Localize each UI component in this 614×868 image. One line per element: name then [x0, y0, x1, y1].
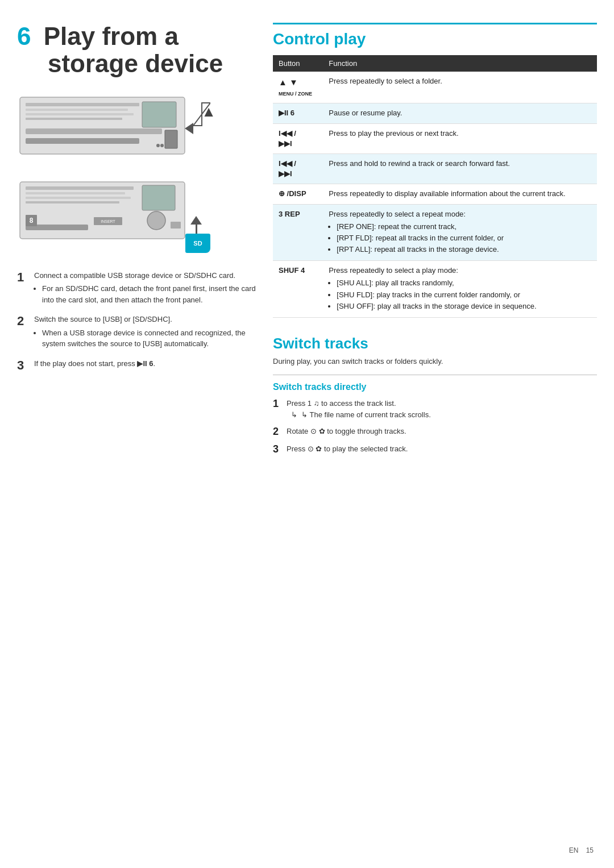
- step-1-bullet-1: For an SD/SDHC card, detach the front pa…: [42, 283, 256, 305]
- svg-rect-16: [26, 197, 131, 199]
- chapter-title-line1: Play from a: [44, 22, 179, 50]
- page-footer: EN 15: [569, 846, 594, 854]
- switch-step-1-text: Press 1 ♫ to access the track list. ↳ ↳ …: [287, 398, 431, 420]
- page-wrapper: 6 Play from a storage device: [0, 0, 614, 868]
- step-2-bullets: When a USB storage device is connected a…: [42, 327, 256, 350]
- svg-rect-2: [26, 109, 128, 111]
- svg-point-10: [156, 144, 160, 147]
- func-hold-prev-next: Press and hold to rewind a track or sear…: [323, 153, 597, 184]
- btn-rep: 3 REP: [273, 204, 323, 261]
- switch-step-2: 2 Rotate ⊙ ✿ to toggle through tracks.: [273, 426, 597, 438]
- svg-rect-7: [26, 138, 139, 144]
- switch-step-3: 3 Press ⊙ ✿ to play the selected track.: [273, 443, 597, 455]
- svg-text:INSERT: INSERT: [101, 219, 115, 223]
- chapter-number: 6: [17, 22, 31, 50]
- svg-rect-5: [142, 102, 176, 127]
- btn-play-pause: ▶II 6: [273, 103, 323, 123]
- step-2: 2 Switch the source to [USB] or [SD/SDHC…: [17, 314, 256, 351]
- step-3-text: If the play does not start, press ▶II 6.: [34, 359, 155, 368]
- step-1-text: Connect a compatible USB storage device …: [34, 271, 235, 280]
- device1-arrow-up: ▲: [201, 103, 216, 121]
- switch-tracks-title: Switch tracks: [273, 335, 597, 352]
- step-2-text: Switch the source to [USB] or [SD/SDHC].: [34, 315, 172, 323]
- shuf-bullet-1: [SHU ALL]: play all tracks randomly,: [337, 278, 591, 288]
- svg-rect-4: [26, 118, 122, 120]
- svg-marker-26: [190, 216, 202, 225]
- btn-prev-next: I◀◀ / ▶▶I: [273, 123, 323, 153]
- step-2-content: Switch the source to [USB] or [SD/SDHC].…: [34, 314, 256, 351]
- rep-bullets: [REP ONE]: repeat the current track, [RP…: [337, 222, 591, 255]
- switch-step-1-num: 1: [273, 398, 282, 410]
- svg-rect-25: [171, 222, 181, 229]
- svg-text:8: 8: [30, 217, 34, 225]
- btn-disp: ⊕ /DISP: [273, 184, 323, 204]
- svg-point-19: [147, 211, 165, 230]
- table-row: ▶II 6 Pause or resume play.: [273, 103, 597, 123]
- switch-step-3-text: Press ⊙ ✿ to play the selected track.: [287, 443, 408, 455]
- btn-shuf: SHUF 4: [273, 261, 323, 318]
- divider: [273, 375, 597, 375]
- table-row: I◀◀ / ▶▶I Press to play the previous or …: [273, 123, 597, 153]
- btn-menu-zone: ▲ ▼ MENU / ZONE: [273, 72, 323, 103]
- page-number: 15: [586, 846, 594, 854]
- rep-bullet-3: [RPT ALL]: repeat all tracks in the stor…: [337, 244, 591, 255]
- menu-zone-label: MENU / ZONE: [279, 91, 312, 97]
- device-illustration-2: INSERT 8 SD: [17, 176, 210, 258]
- sd-card-icon: SD: [185, 231, 210, 253]
- svg-rect-6: [26, 128, 162, 134]
- switch-step-1: 1 Press 1 ♫ to access the track list. ↳ …: [273, 398, 597, 420]
- step-3-content: If the play does not start, press ▶II 6.: [34, 358, 155, 369]
- shuf-bullet-2: [SHU FLD]: play tracks in the current fo…: [337, 290, 591, 300]
- svg-rect-3: [26, 113, 134, 115]
- control-play-section: Control play Button Function ▲ ▼ MENU / …: [273, 23, 597, 318]
- radio-svg-2: INSERT 8: [17, 176, 210, 256]
- device-illustration-1: ▲: [17, 92, 210, 167]
- step-1-content: Connect a compatible USB storage device …: [34, 270, 256, 308]
- shuf-bullet-3: [SHU OFF]: play all tracks in the storag…: [337, 301, 591, 312]
- col-button-header: Button: [273, 55, 323, 72]
- switch-step-1-sub: ↳ ↳ The file name of current track scrol…: [291, 409, 431, 421]
- shuf-bullets: [SHU ALL]: play all tracks randomly, [SH…: [337, 278, 591, 312]
- svg-rect-14: [26, 186, 134, 190]
- step-1: 1 Connect a compatible USB storage devic…: [17, 270, 256, 308]
- rep-bullet-2: [RPT FLD]: repeat all tracks in the curr…: [337, 233, 591, 243]
- table-row: ▲ ▼ MENU / ZONE Press repeatedly to sele…: [273, 72, 597, 103]
- svg-rect-18: [142, 185, 175, 210]
- switch-step-3-num: 3: [273, 443, 282, 455]
- chapter-title: 6 Play from a storage device: [17, 23, 256, 78]
- func-rep: Press repeatedly to select a repeat mode…: [323, 204, 597, 261]
- table-row: I◀◀ / ▶▶I Press and hold to rewind a tra…: [273, 153, 597, 184]
- btn-hold-prev-next: I◀◀ / ▶▶I: [273, 153, 323, 184]
- steps-list: 1 Connect a compatible USB storage devic…: [17, 270, 256, 373]
- step-2-bullet-1: When a USB storage device is connected a…: [42, 327, 256, 350]
- svg-rect-15: [26, 192, 125, 194]
- switch-steps-list: 1 Press 1 ♫ to access the track list. ↳ …: [273, 398, 597, 455]
- page-lang: EN: [569, 846, 579, 854]
- svg-marker-12: [185, 123, 193, 134]
- table-row: SHUF 4 Press repeatedly to select a play…: [273, 261, 597, 318]
- col-function-header: Function: [323, 55, 597, 72]
- svg-rect-17: [26, 201, 119, 203]
- rep-bullet-1: [REP ONE]: repeat the current track,: [337, 222, 591, 232]
- switch-step-2-num: 2: [273, 426, 282, 438]
- switch-tracks-description: During play, you can switch tracks or fo…: [273, 357, 597, 366]
- table-row: 3 REP Press repeatedly to select a repea…: [273, 204, 597, 261]
- svg-rect-8: [165, 130, 177, 148]
- switch-tracks-sub-title: Switch tracks directly: [273, 382, 597, 392]
- func-disp: Press repeatedly to display available in…: [323, 184, 597, 204]
- control-play-title: Control play: [273, 30, 597, 48]
- step-3: 3 If the play does not start, press ▶II …: [17, 358, 256, 373]
- step-2-num: 2: [17, 314, 30, 329]
- left-column: 6 Play from a storage device: [17, 23, 256, 845]
- control-play-table: Button Function ▲ ▼ MENU / ZONE Press re…: [273, 55, 597, 318]
- radio-svg-1: [17, 92, 210, 165]
- table-row: ⊕ /DISP Press repeatedly to display avai…: [273, 184, 597, 204]
- step-3-num: 3: [17, 358, 30, 373]
- switch-step-2-text: Rotate ⊙ ✿ to toggle through tracks.: [287, 426, 406, 437]
- func-shuf: Press repeatedly to select a play mode: …: [323, 261, 597, 318]
- func-menu-zone: Press repeatedly to select a folder.: [323, 72, 597, 103]
- step-1-num: 1: [17, 270, 30, 285]
- step-1-bullets: For an SD/SDHC card, detach the front pa…: [42, 283, 256, 305]
- func-prev-next: Press to play the previous or next track…: [323, 123, 597, 153]
- right-column: Control play Button Function ▲ ▼ MENU / …: [273, 23, 597, 845]
